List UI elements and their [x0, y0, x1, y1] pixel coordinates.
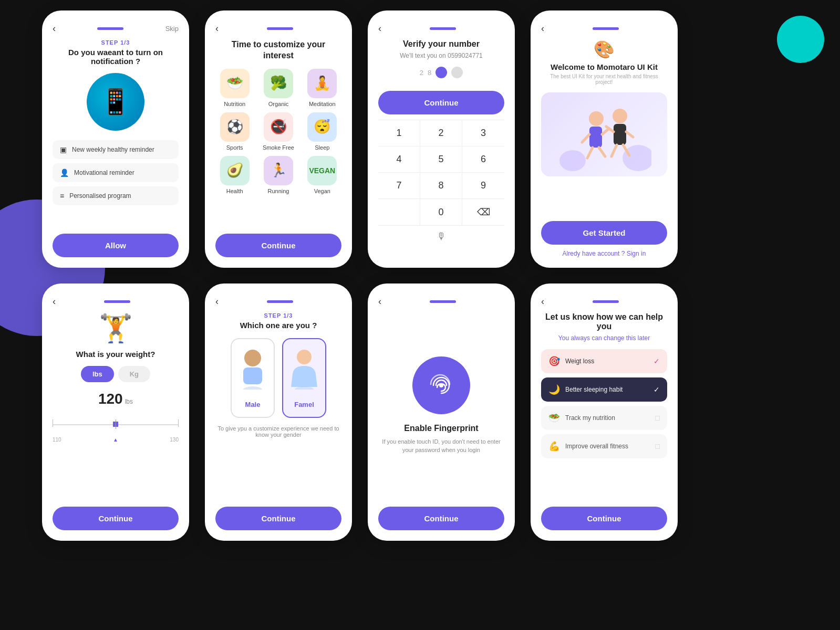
dot-3 — [435, 67, 447, 78]
back-button-1[interactable]: ‹ — [53, 23, 56, 34]
help-options: 🎯 Weigt loss ✓ 🌙 Better sleeping habit ✓… — [541, 349, 667, 458]
female-avatar — [288, 348, 320, 395]
topbar-7: ‹ — [378, 296, 504, 307]
top-pill-2 — [267, 27, 293, 30]
numpad-3[interactable]: 3 — [462, 120, 504, 146]
top-pill-7 — [430, 300, 456, 303]
continue-button-5[interactable]: Continue — [53, 507, 179, 530]
topbar-5: ‹ — [53, 296, 179, 307]
numpad-1[interactable]: 1 — [378, 120, 420, 146]
notification-title: Do you waeant to turn on notification ? — [53, 48, 179, 66]
interest-smoke-free[interactable]: 🚭 Smoke Free — [259, 112, 297, 151]
numpad-7[interactable]: 7 — [378, 173, 420, 199]
fingerprint-subtitle: If you enable touch ID, you don't need t… — [378, 437, 504, 455]
male-label: Male — [245, 401, 261, 408]
numpad-4[interactable]: 4 — [378, 146, 420, 173]
option-fitness[interactable]: 💪 Improve overall fitness □ — [541, 434, 667, 458]
screens-grid: ‹ Skip STEP 1/3 Do you waeant to turn on… — [42, 10, 678, 541]
fingerprint-icon — [412, 356, 470, 414]
numpad-9[interactable]: 9 — [462, 173, 504, 199]
notification-illustration: 📱 — [87, 73, 144, 131]
slider-max: 130 — [170, 437, 179, 443]
numpad-6[interactable]: 6 — [462, 146, 504, 173]
svg-rect-15 — [243, 368, 262, 384]
interest-organic[interactable]: 🥦 Organic — [259, 69, 297, 107]
continue-button-3[interactable]: Continue — [378, 91, 504, 114]
weight-value: 120 — [98, 391, 123, 407]
svg-line-6 — [587, 148, 593, 158]
allow-button[interactable]: Allow — [53, 234, 179, 257]
continue-button-6[interactable]: Continue — [215, 507, 341, 530]
back-button-7[interactable]: ‹ — [378, 296, 381, 307]
svg-line-12 — [611, 145, 617, 156]
skip-button-1[interactable]: Skip — [165, 25, 179, 33]
svg-rect-3 — [589, 127, 602, 148]
weight-illustration: 🏋️ — [99, 312, 133, 344]
signin-link[interactable]: Alredy have account ? Sign in — [563, 250, 646, 257]
back-button-4[interactable]: ‹ — [541, 23, 544, 34]
interest-sports[interactable]: ⚽ Sports — [215, 112, 254, 151]
screen-notification: ‹ Skip STEP 1/3 Do you waeant to turn on… — [42, 10, 189, 268]
nutrition-icon: 🥗 — [220, 69, 250, 98]
option-nutrition[interactable]: 🥗 Track my nutrition □ — [541, 406, 667, 430]
option-sleep[interactable]: 🌙 Better sleeping habit ✓ — [541, 377, 667, 402]
numpad-8[interactable]: 8 — [420, 173, 462, 199]
svg-line-4 — [582, 134, 589, 142]
back-button-3[interactable]: ‹ — [378, 23, 381, 34]
top-pill-8 — [593, 300, 619, 303]
gender-options: Male Famel — [231, 338, 326, 418]
svg-point-2 — [589, 111, 604, 126]
svg-point-16 — [243, 386, 262, 390]
interest-sleep[interactable]: 😴 Sleep — [303, 112, 341, 151]
male-avatar — [237, 348, 268, 395]
back-button-8[interactable]: ‹ — [541, 296, 544, 307]
screen-fingerprint: ‹ Enable Fingerprint If you enable touch… — [368, 284, 515, 541]
sleep-habit-label: Better sleeping habit — [565, 386, 623, 393]
numpad-0[interactable]: 0 — [420, 199, 462, 226]
slider-min: 110 — [53, 437, 61, 443]
interest-meditation[interactable]: 🧘 Meditation — [303, 69, 341, 107]
sleep-label: Sleep — [315, 144, 329, 151]
numpad-5[interactable]: 5 — [420, 146, 462, 173]
male-card[interactable]: Male — [231, 338, 275, 418]
continue-button-7[interactable]: Continue — [378, 507, 504, 530]
welcome-illustration — [541, 92, 667, 176]
gender-title: Which one are you ? — [240, 321, 317, 330]
numpad-backspace[interactable]: ⌫ — [462, 199, 504, 226]
weight-title: What is your weight? — [76, 350, 155, 359]
verify-subtitle: We'll text you on 0599024771 — [400, 52, 483, 59]
interest-nutrition[interactable]: 🥗 Nutrition — [215, 69, 254, 107]
screen-interest: ‹ Time to customize your interest 🥗 Nutr… — [205, 10, 352, 268]
weight-loss-label: Weigt loss — [565, 358, 594, 365]
lbs-button[interactable]: lbs — [81, 366, 114, 382]
back-button-5[interactable]: ‹ — [53, 296, 56, 307]
weight-loss-icon: 🎯 — [548, 355, 560, 367]
get-started-button[interactable]: Get Started — [541, 221, 667, 245]
interest-vegan[interactable]: VEGAN Vegan — [303, 156, 341, 194]
female-card[interactable]: Famel — [282, 338, 326, 418]
option-weight-loss[interactable]: 🎯 Weigt loss ✓ — [541, 349, 667, 373]
kg-button[interactable]: Kg — [118, 366, 150, 382]
tick-mid — [116, 419, 116, 429]
option-icon-3: ≡ — [60, 192, 64, 200]
interest-title: Time to customize your interest — [215, 39, 341, 61]
weight-slider[interactable] — [53, 414, 179, 435]
back-button-2[interactable]: ‹ — [215, 23, 219, 34]
top-pill-6 — [267, 300, 293, 303]
back-button-6[interactable]: ‹ — [215, 296, 219, 307]
fingerprint-title: Enable Fingerprint — [404, 424, 478, 433]
dot-num-2: 8 — [428, 69, 431, 77]
continue-button-2[interactable]: Continue — [215, 234, 341, 257]
vegan-label: Vegan — [314, 188, 330, 194]
notification-options: ▣ New weekly healthy reminder 👤 Motivati… — [53, 140, 179, 205]
interest-running[interactable]: 🏃 Running — [259, 156, 297, 194]
smoke-free-label: Smoke Free — [263, 144, 294, 151]
interest-health[interactable]: 🥑 Health — [215, 156, 254, 194]
continue-button-8[interactable]: Continue — [541, 507, 667, 530]
topbar-8: ‹ — [541, 296, 667, 307]
numpad-2[interactable]: 2 — [420, 120, 462, 146]
nutrition-track-check: □ — [656, 414, 660, 422]
option-label-1: New weekly healthy reminder — [72, 146, 154, 153]
fitness-icon: 💪 — [548, 440, 560, 452]
topbar-4: ‹ — [541, 23, 667, 34]
